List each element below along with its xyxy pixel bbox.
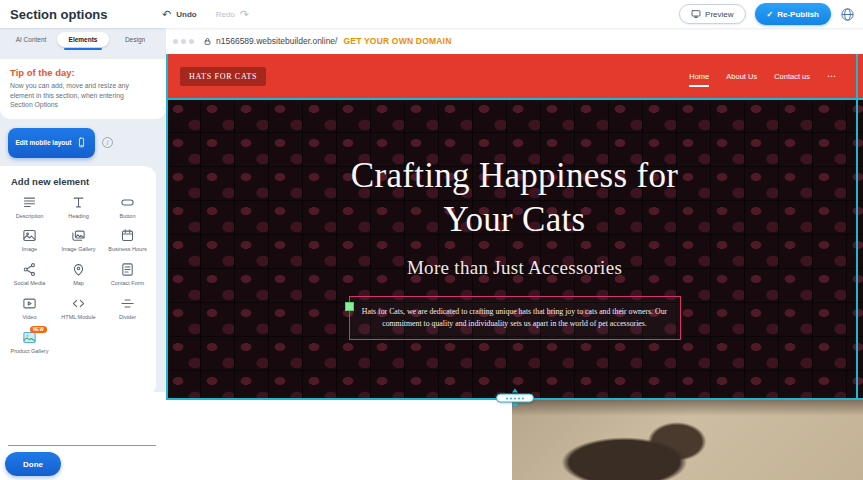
- element-business-hours[interactable]: Business Hours: [104, 228, 151, 253]
- arrow-up-icon: [512, 389, 518, 393]
- form-icon: [120, 262, 135, 277]
- nav-home[interactable]: Home: [689, 68, 709, 85]
- element-image[interactable]: Image: [6, 228, 53, 253]
- text-lines-icon: [22, 195, 37, 210]
- video-icon: [22, 296, 37, 311]
- hero-paragraph-box[interactable]: Hats for Cats, we are dedicated to craft…: [349, 296, 681, 340]
- cat-photo: [512, 400, 863, 480]
- browser-bar: n1566589.websitebuilder.online/ GET YOUR…: [166, 28, 863, 54]
- site-nav: Home About Us Contact us ⋯: [689, 68, 837, 85]
- share-icon: [22, 262, 37, 277]
- sidebar: AI Content Elements Design Tip of the da…: [0, 28, 166, 480]
- edit-mobile-layout-button[interactable]: Edit mobile layout: [8, 128, 95, 158]
- topbar: Section options ↶ Undo Redo ↷ Preview ✓ …: [0, 0, 863, 28]
- element-heading[interactable]: Heading: [55, 195, 102, 220]
- site-preview: HATS FOR CATS Home About Us Contact us ⋯…: [166, 54, 863, 480]
- tip-title: Tip of the day:: [10, 67, 156, 78]
- preview-label: Preview: [705, 10, 733, 19]
- site-url[interactable]: n1566589.websitebuilder.online/: [216, 36, 337, 46]
- element-grid: Description Heading Button Image Image G…: [6, 195, 151, 355]
- topbar-actions: Preview ✓ Re-Publish: [679, 3, 863, 25]
- page-title: Section options: [0, 7, 162, 22]
- element-contact-form[interactable]: Contact Form: [104, 262, 151, 287]
- button-icon: [120, 195, 135, 210]
- element-social-media[interactable]: Social Media: [6, 262, 53, 287]
- undo-icon[interactable]: ↶: [162, 8, 171, 21]
- selection-border-right: [856, 54, 858, 400]
- edit-mobile-row: Edit mobile layout i: [0, 128, 166, 158]
- browser-dot: [189, 39, 194, 44]
- main-area: n1566589.websitebuilder.online/ GET YOUR…: [166, 28, 863, 480]
- element-divider[interactable]: Divider: [104, 296, 151, 321]
- undo-redo-group: ↶ Undo Redo ↷: [162, 8, 249, 21]
- selection-border-left: [166, 54, 168, 400]
- done-button[interactable]: Done: [5, 452, 61, 476]
- preview-button[interactable]: Preview: [679, 4, 745, 24]
- element-product-gallery[interactable]: NEW Product Gallery: [6, 330, 53, 355]
- monitor-icon: [691, 9, 701, 19]
- section-resize-handle[interactable]: [496, 389, 534, 408]
- lock-icon: [203, 37, 212, 46]
- edit-mobile-label: Edit mobile layout: [16, 139, 72, 146]
- image-icon: [22, 228, 37, 243]
- element-button[interactable]: Button: [104, 195, 151, 220]
- next-section: [166, 400, 863, 480]
- site-logo[interactable]: HATS FOR CATS: [180, 67, 266, 86]
- nav-about-us[interactable]: About Us: [726, 68, 757, 85]
- redo-icon[interactable]: ↷: [240, 8, 249, 21]
- tab-elements[interactable]: Elements: [57, 32, 109, 47]
- heading-icon: [71, 195, 86, 210]
- element-description[interactable]: Description: [6, 195, 53, 220]
- hero-subheading[interactable]: More than Just Accessories: [166, 257, 863, 279]
- sidebar-tabs: AI Content Elements Design: [5, 32, 161, 47]
- republish-label: Re-Publish: [777, 10, 819, 19]
- tip-card: Tip of the day: Now you can add, move an…: [0, 59, 166, 119]
- info-icon[interactable]: i: [102, 137, 113, 148]
- redo-button[interactable]: Redo: [216, 10, 235, 19]
- drag-handle-pill: [496, 394, 534, 403]
- selection-border-top: [166, 98, 863, 100]
- site-header[interactable]: HATS FOR CATS Home About Us Contact us ⋯: [166, 54, 863, 98]
- resize-handle[interactable]: [345, 302, 354, 311]
- add-element-title: Add new element: [6, 176, 151, 187]
- arrow-down-icon: [512, 404, 518, 408]
- element-image-gallery[interactable]: Image Gallery: [55, 228, 102, 253]
- get-domain-link[interactable]: GET YOUR OWN DOMAIN: [343, 36, 451, 46]
- tip-body: Now you can add, move and resize any ele…: [10, 81, 148, 110]
- hero-heading[interactable]: Crafting Happiness for Your Cats: [166, 98, 863, 242]
- element-html-module[interactable]: HTML Module: [55, 296, 102, 321]
- nav-more-icon[interactable]: ⋯: [827, 71, 837, 81]
- sidebar-bottom: Done: [0, 392, 166, 480]
- divider-icon: [120, 296, 135, 311]
- divider: [8, 445, 156, 446]
- element-map[interactable]: Map: [55, 262, 102, 287]
- hero-paragraph: Hats for Cats, we are dedicated to craft…: [358, 306, 672, 330]
- add-element-panel: Add new element Description Heading Butt…: [0, 166, 156, 396]
- app: Section options ↶ Undo Redo ↷ Preview ✓ …: [0, 0, 863, 480]
- calendar-icon: [120, 228, 135, 243]
- element-video[interactable]: Video: [6, 296, 53, 321]
- phone-icon: [76, 137, 87, 148]
- browser-dot: [173, 39, 178, 44]
- republish-button[interactable]: ✓ Re-Publish: [755, 3, 831, 25]
- new-badge: NEW: [30, 326, 47, 333]
- drag-dots-icon: [514, 397, 516, 399]
- hero-section[interactable]: Crafting Happiness for Your Cats More th…: [166, 98, 863, 398]
- undo-button[interactable]: Undo: [176, 10, 196, 19]
- code-icon: [71, 296, 86, 311]
- map-pin-icon: [71, 262, 86, 277]
- check-icon: ✓: [767, 10, 774, 19]
- tab-ai-content[interactable]: AI Content: [5, 32, 57, 47]
- browser-dot: [181, 39, 186, 44]
- tab-design[interactable]: Design: [109, 32, 161, 47]
- nav-contact-us[interactable]: Contact us: [774, 68, 810, 85]
- image-gallery-icon: [71, 228, 86, 243]
- globe-icon[interactable]: [840, 7, 855, 22]
